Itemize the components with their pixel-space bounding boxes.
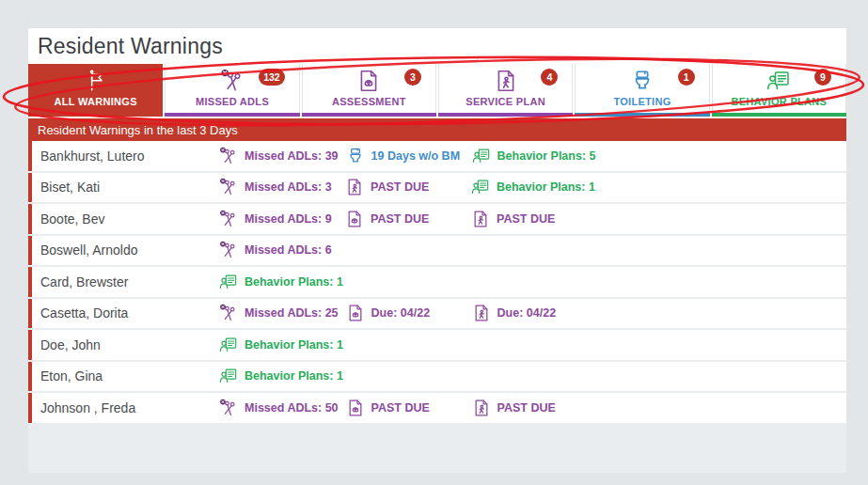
warning-text: Behavior Plans: 1 — [245, 369, 343, 383]
warning-item-behavior-plans[interactable]: Behavior Plans: 5 — [472, 147, 604, 165]
warning-text: PAST DUE — [371, 401, 430, 415]
resident-name: Johnson , Freda — [40, 400, 219, 415]
tab-label: BEHAVIOR PLANS — [731, 96, 827, 107]
warning-text: Missed ADLs: 50 — [245, 401, 339, 415]
service-plan-document-icon — [345, 178, 364, 196]
tab-label: TOILETING — [613, 96, 671, 107]
warning-item-missed-adls[interactable]: Missed ADLs: 39 — [219, 147, 346, 165]
warning-text: Behavior Plans: 1 — [245, 338, 343, 352]
warning-text: 19 Days w/o BM — [371, 149, 460, 163]
warning-text: Behavior Plans: 1 — [497, 180, 595, 194]
tab-underline — [302, 113, 436, 117]
warning-item-behavior-plans[interactable]: Behavior Plans: 1 — [219, 367, 351, 385]
warning-text: PAST DUE — [497, 401, 556, 415]
behavior-plans-icon — [219, 336, 238, 354]
tab-toileting[interactable]: 1TOILETING — [575, 64, 709, 117]
tab-underline — [28, 113, 163, 117]
table-header-label: Resident Warnings in the last 3 Days — [38, 123, 238, 137]
warning-text: Behavior Plans: 1 — [245, 275, 343, 289]
warning-text: Due: 04/22 — [371, 306, 431, 320]
warning-item-missed-adls[interactable]: Missed ADLs: 6 — [219, 241, 345, 259]
service-plan-document-icon — [472, 304, 491, 322]
panel-title-row: Resident Warnings — [28, 28, 846, 64]
warning-items: Missed ADLs: 50PAST DUEPAST DUE — [219, 399, 846, 417]
behavior-plans-icon — [472, 147, 491, 165]
resident-name: Card, Brewster — [40, 274, 219, 289]
resident-name: Doe, John — [40, 337, 219, 352]
warning-item-behavior-plans[interactable]: Behavior Plans: 1 — [219, 336, 351, 354]
warning-items: Missed ADLs: 3PAST DUEBehavior Plans: 1 — [219, 178, 846, 196]
table-row[interactable]: Eton, GinaBehavior Plans: 1 — [28, 362, 846, 392]
behavior-plans-icon — [219, 367, 238, 385]
warning-text: PAST DUE — [371, 212, 429, 226]
tab-badge-count: 1 — [678, 69, 695, 86]
table-row[interactable]: Doe, JohnBehavior Plans: 1 — [28, 330, 846, 360]
warning-text: Due: 04/22 — [497, 306, 557, 320]
warning-text: Missed ADLs: 9 — [245, 212, 332, 226]
tab-missed-adls[interactable]: 132MISSED ADLS — [165, 64, 299, 117]
warning-text: Missed ADLs: 3 — [245, 180, 332, 194]
tab-service-plan[interactable]: 4SERVICE PLAN — [438, 64, 573, 117]
page-title: Resident Warnings — [38, 34, 223, 59]
tab-label: MISSED ADLS — [196, 96, 269, 107]
tab-underline — [438, 113, 573, 117]
tab-badge-count: 132 — [259, 69, 285, 86]
warning-item-service-plan[interactable]: PAST DUE — [472, 399, 598, 417]
warning-text: Missed ADLs: 6 — [245, 243, 332, 257]
resident-warnings-table: Bankhurst, LuteroMissed ADLs: 3919 Days … — [28, 141, 846, 425]
warning-item-assessment[interactable]: PAST DUE — [345, 210, 471, 228]
resident-name: Casetta, Dorita — [40, 305, 219, 321]
warning-text: Missed ADLs: 39 — [245, 149, 339, 163]
warning-item-assessment[interactable]: PAST DUE — [346, 399, 472, 417]
assessment-document-icon — [346, 304, 365, 322]
warning-text: Behavior Plans: 5 — [497, 149, 596, 163]
resident-warnings-panel: Resident Warnings ALL WARNINGS132MISSED … — [28, 28, 846, 473]
warning-item-service-plan[interactable]: PAST DUE — [345, 178, 471, 196]
tab-assessment[interactable]: 3ASSESSMENT — [302, 64, 436, 117]
warning-category-tabs: ALL WARNINGS132MISSED ADLS3ASSESSMENT4SE… — [28, 64, 846, 117]
table-header-band: Resident Warnings in the last 3 Days — [28, 118, 846, 141]
service-plan-document-icon — [494, 69, 518, 93]
assessment-document-icon — [346, 399, 365, 417]
flag-icon — [84, 69, 108, 93]
tab-label: ALL WARNINGS — [54, 96, 136, 107]
warning-item-behavior-plans[interactable]: Behavior Plans: 1 — [219, 273, 351, 291]
warning-text: PAST DUE — [371, 180, 429, 194]
table-row[interactable]: Casetta, DoritaMissed ADLs: 25Due: 04/22… — [28, 299, 846, 329]
resident-name: Biset, Kati — [40, 180, 219, 195]
behavior-plans-icon — [219, 273, 238, 291]
warning-items: Behavior Plans: 1 — [219, 336, 846, 354]
missed-adls-scissors-icon — [220, 69, 245, 93]
warning-item-missed-adls[interactable]: Missed ADLs: 9 — [219, 210, 345, 228]
table-row[interactable]: Boote, BevMissed ADLs: 9PAST DUEPAST DUE — [28, 204, 846, 234]
tab-badge-count: 9 — [814, 69, 831, 86]
warning-items: Missed ADLs: 6 — [219, 241, 846, 259]
tab-badge-count: 4 — [541, 69, 558, 86]
tab-all-warnings[interactable]: ALL WARNINGS — [28, 64, 163, 117]
warning-items: Missed ADLs: 9PAST DUEPAST DUE — [219, 210, 846, 228]
tab-badge-count: 3 — [404, 69, 421, 86]
warning-item-behavior-plans[interactable]: Behavior Plans: 1 — [471, 178, 603, 196]
warning-text: PAST DUE — [497, 212, 555, 226]
assessment-document-icon — [356, 69, 381, 93]
table-row[interactable]: Card, BrewsterBehavior Plans: 1 — [28, 267, 846, 297]
missed-adls-scissors-icon — [219, 210, 238, 228]
table-row[interactable]: Biset, KatiMissed ADLs: 3PAST DUEBehavio… — [28, 173, 846, 203]
table-row[interactable]: Bankhurst, LuteroMissed ADLs: 3919 Days … — [28, 141, 846, 171]
table-row[interactable]: Boswell, ArnoldoMissed ADLs: 6 — [28, 236, 846, 266]
tab-behavior-plans[interactable]: 9BEHAVIOR PLANS — [712, 64, 846, 117]
warning-item-toileting[interactable]: 19 Days w/o BM — [346, 147, 472, 165]
warning-items: Missed ADLs: 25Due: 04/22Due: 04/22 — [219, 304, 846, 322]
warning-item-service-plan[interactable]: Due: 04/22 — [472, 304, 598, 322]
warning-item-missed-adls[interactable]: Missed ADLs: 25 — [219, 304, 346, 322]
service-plan-document-icon — [472, 399, 491, 417]
resident-name: Boswell, Arnoldo — [40, 242, 219, 258]
warning-item-missed-adls[interactable]: Missed ADLs: 3 — [219, 178, 345, 196]
missed-adls-scissors-icon — [219, 399, 238, 417]
warning-item-service-plan[interactable]: PAST DUE — [471, 210, 597, 228]
missed-adls-scissors-icon — [219, 241, 238, 259]
table-row[interactable]: Johnson , FredaMissed ADLs: 50PAST DUEPA… — [28, 393, 846, 423]
warning-items: Behavior Plans: 1 — [219, 273, 846, 291]
warning-item-assessment[interactable]: Due: 04/22 — [346, 304, 472, 322]
warning-item-missed-adls[interactable]: Missed ADLs: 50 — [219, 399, 346, 417]
